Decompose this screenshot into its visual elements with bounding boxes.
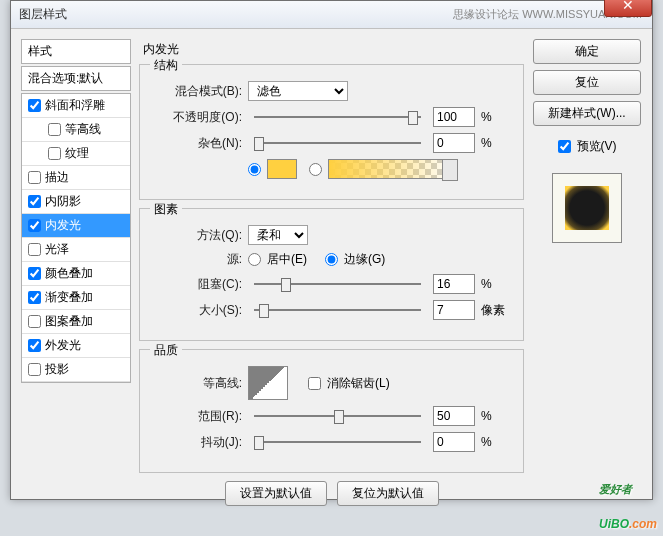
style-item-外发光[interactable]: 外发光 [22,334,130,358]
source-center-radio[interactable] [248,253,261,266]
source-center-label: 居中(E) [267,251,307,268]
preview-box [552,173,622,243]
style-checkbox[interactable] [28,267,41,280]
new-style-button[interactable]: 新建样式(W)... [533,101,641,126]
style-item-渐变叠加[interactable]: 渐变叠加 [22,286,130,310]
style-item-纹理[interactable]: 纹理 [22,142,130,166]
opacity-input[interactable] [433,107,475,127]
gradient-swatch[interactable] [328,159,458,179]
style-label: 颜色叠加 [45,265,93,282]
style-label: 外发光 [45,337,81,354]
blend-options-header[interactable]: 混合选项:默认 [21,66,131,91]
element-legend: 图素 [150,201,182,218]
antialias-label: 消除锯齿(L) [327,375,390,392]
style-label: 图案叠加 [45,313,93,330]
opacity-unit: % [481,110,511,124]
jitter-label: 抖动(J): [152,434,242,451]
color-swatch[interactable] [267,159,297,179]
style-label: 渐变叠加 [45,289,93,306]
range-input[interactable] [433,406,475,426]
noise-unit: % [481,136,511,150]
color-radio[interactable] [248,163,261,176]
reset-default-button[interactable]: 复位为默认值 [337,481,439,506]
blend-mode-select[interactable]: 滤色 [248,81,348,101]
style-checkbox[interactable] [28,99,41,112]
style-item-光泽[interactable]: 光泽 [22,238,130,262]
style-label: 描边 [45,169,69,186]
styles-header[interactable]: 样式 [21,39,131,64]
antialias-checkbox[interactable] [308,377,321,390]
style-label: 内阴影 [45,193,81,210]
style-checkbox[interactable] [28,195,41,208]
preview-swatch [565,186,609,230]
source-edge-radio[interactable] [325,253,338,266]
style-label: 内发光 [45,217,81,234]
style-label: 纹理 [65,145,89,162]
opacity-label: 不透明度(O): [152,109,242,126]
element-group: 图素 方法(Q): 柔和 源: 居中(E) 边缘(G) 阻塞(C): % [139,208,524,341]
noise-slider[interactable] [254,134,421,152]
style-label: 投影 [45,361,69,378]
preview-checkbox[interactable] [558,140,571,153]
range-slider[interactable] [254,407,421,425]
style-item-内阴影[interactable]: 内阴影 [22,190,130,214]
style-checkbox[interactable] [28,171,41,184]
preview-label: 预览(V) [577,138,617,155]
method-select[interactable]: 柔和 [248,225,308,245]
style-checkbox[interactable] [28,219,41,232]
quality-group: 品质 等高线: 消除锯齿(L) 范围(R): % 抖动(J): [139,349,524,473]
titlebar[interactable]: 图层样式 思缘设计论坛 WWW.MISSYUAN.COM ✕ [11,1,652,29]
size-input[interactable] [433,300,475,320]
quality-legend: 品质 [150,342,182,359]
style-item-颜色叠加[interactable]: 颜色叠加 [22,262,130,286]
choke-slider[interactable] [254,275,421,293]
style-label: 斜面和浮雕 [45,97,105,114]
noise-input[interactable] [433,133,475,153]
style-item-内发光[interactable]: 内发光 [22,214,130,238]
style-checkbox[interactable] [48,123,61,136]
choke-input[interactable] [433,274,475,294]
gradient-radio[interactable] [309,163,322,176]
jitter-input[interactable] [433,432,475,452]
size-slider[interactable] [254,301,421,319]
style-sidebar: 样式 混合选项:默认 斜面和浮雕等高线纹理描边内阴影内发光光泽颜色叠加渐变叠加图… [21,39,131,489]
style-checkbox[interactable] [28,315,41,328]
layer-style-dialog: 图层样式 思缘设计论坛 WWW.MISSYUAN.COM ✕ 样式 混合选项:默… [10,0,653,500]
style-checkbox[interactable] [48,147,61,160]
style-item-投影[interactable]: 投影 [22,358,130,382]
contour-label: 等高线: [152,375,242,392]
style-item-图案叠加[interactable]: 图案叠加 [22,310,130,334]
opacity-slider[interactable] [254,108,421,126]
style-checkbox[interactable] [28,243,41,256]
style-item-描边[interactable]: 描边 [22,166,130,190]
style-item-斜面和浮雕[interactable]: 斜面和浮雕 [22,94,130,118]
range-unit: % [481,409,511,423]
size-label: 大小(S): [152,302,242,319]
make-default-button[interactable]: 设置为默认值 [225,481,327,506]
jitter-slider[interactable] [254,433,421,451]
panel-title: 内发光 [139,39,524,64]
contour-picker[interactable] [248,366,288,400]
range-label: 范围(R): [152,408,242,425]
size-unit: 像素 [481,302,511,319]
noise-label: 杂色(N): [152,135,242,152]
style-checkbox[interactable] [28,339,41,352]
close-button[interactable]: ✕ [604,0,652,17]
reset-button[interactable]: 复位 [533,70,641,95]
watermark-logo: 爱好者 UiBO.com [599,482,657,534]
window-title: 图层样式 [19,6,67,23]
style-checkbox[interactable] [28,363,41,376]
ok-button[interactable]: 确定 [533,39,641,64]
structure-group: 结构 混合模式(B): 滤色 不透明度(O): % 杂色(N): % [139,64,524,200]
jitter-unit: % [481,435,511,449]
method-label: 方法(Q): [152,227,242,244]
source-label: 源: [152,251,242,268]
choke-unit: % [481,277,511,291]
structure-legend: 结构 [150,57,182,74]
style-label: 等高线 [65,121,101,138]
blend-mode-label: 混合模式(B): [152,83,242,100]
style-item-等高线[interactable]: 等高线 [22,118,130,142]
right-panel: 确定 复位 新建样式(W)... 预览(V) [532,39,642,489]
style-checkbox[interactable] [28,291,41,304]
style-list: 斜面和浮雕等高线纹理描边内阴影内发光光泽颜色叠加渐变叠加图案叠加外发光投影 [21,93,131,383]
